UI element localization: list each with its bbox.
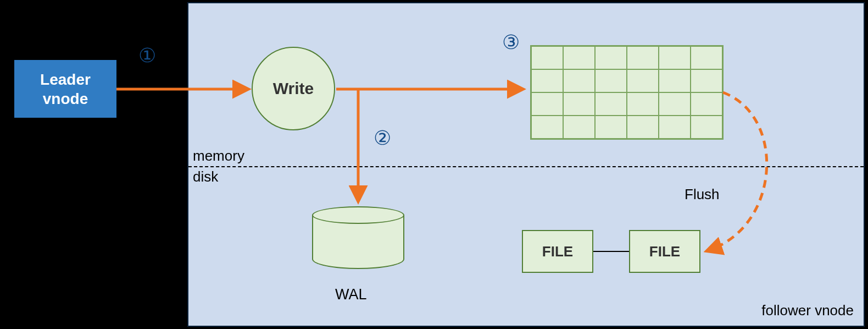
memory-cell (563, 116, 595, 139)
leader-vnode-box: Leader vnode (14, 60, 116, 118)
wal-label: WAL (335, 286, 367, 303)
memory-cell (627, 116, 659, 139)
memory-cell (691, 69, 722, 92)
memory-table (530, 45, 724, 140)
memory-disk-divider (188, 166, 864, 167)
file2-label: FILE (649, 243, 680, 260)
memory-cell (563, 69, 595, 92)
memory-label: memory (193, 147, 244, 164)
file-connector-line (593, 251, 629, 252)
memory-cell (531, 116, 563, 139)
memory-cell (595, 69, 627, 92)
follower-vnode-label: follower vnode (761, 302, 854, 319)
memory-cell (659, 69, 691, 92)
write-label: Write (273, 79, 314, 98)
memory-cell (531, 69, 563, 92)
step-1-marker: ① (138, 44, 156, 67)
memory-cell (691, 92, 722, 116)
disk-label: disk (193, 168, 218, 185)
memory-cell (627, 46, 659, 69)
memory-cell (531, 92, 563, 116)
leader-line1: Leader (40, 70, 91, 89)
leader-line2: vnode (43, 89, 88, 108)
memory-cell (691, 116, 722, 139)
file-box-2: FILE (629, 230, 700, 273)
memory-cell (595, 116, 627, 139)
memory-cell (627, 69, 659, 92)
memory-cell (659, 92, 691, 116)
file-box-1: FILE (522, 230, 593, 273)
wal-cylinder (312, 206, 404, 278)
step-2-marker: ② (374, 127, 391, 150)
file1-label: FILE (542, 243, 573, 260)
memory-cell (531, 46, 563, 69)
memory-cell (659, 46, 691, 69)
write-node: Write (252, 47, 335, 130)
memory-cell (595, 46, 627, 69)
memory-cell (595, 92, 627, 116)
memory-cell (659, 116, 691, 139)
memory-cell (627, 92, 659, 116)
memory-cell (563, 92, 595, 116)
memory-cell (691, 46, 722, 69)
wal-cylinder-top (312, 206, 404, 224)
memory-cell (563, 46, 595, 69)
step-3-marker: ③ (502, 31, 520, 54)
flush-label: Flush (685, 186, 720, 203)
